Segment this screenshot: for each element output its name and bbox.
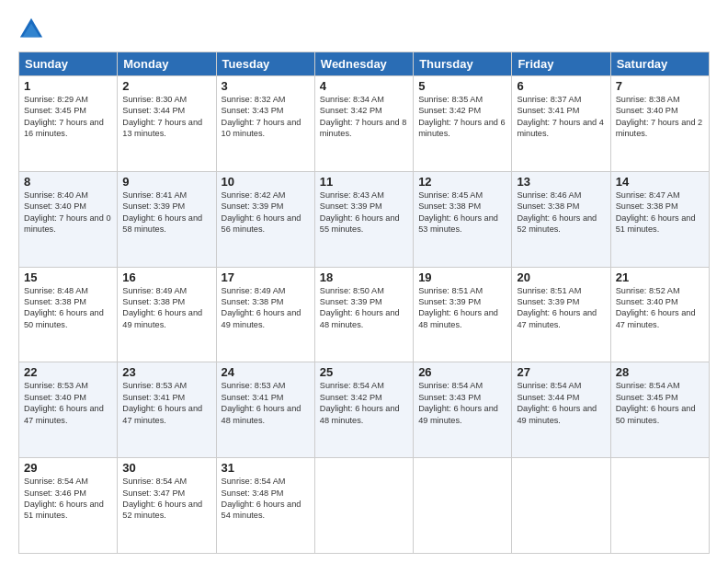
- calendar-cell: 8Sunrise: 8:40 AMSunset: 3:40 PMDaylight…: [19, 171, 118, 267]
- logo: [18, 17, 48, 42]
- calendar-cell: 30Sunrise: 8:54 AMSunset: 3:47 PMDayligh…: [118, 458, 216, 554]
- cell-text: Sunrise: 8:29 AMSunset: 3:45 PMDaylight:…: [24, 94, 112, 140]
- day-header-saturday: Saturday: [610, 52, 709, 76]
- day-number: 3: [222, 79, 310, 93]
- day-number: 9: [122, 175, 210, 189]
- cell-text: Sunrise: 8:30 AMSunset: 3:44 PMDaylight:…: [122, 94, 210, 140]
- day-number: 24: [222, 365, 310, 379]
- day-number: 28: [616, 365, 704, 379]
- cell-text: Sunrise: 8:50 AMSunset: 3:39 PMDaylight:…: [320, 285, 408, 331]
- calendar-cell: 9Sunrise: 8:41 AMSunset: 3:39 PMDaylight…: [118, 171, 216, 267]
- day-number: 11: [320, 175, 408, 189]
- calendar-cell: 19Sunrise: 8:51 AMSunset: 3:39 PMDayligh…: [414, 267, 512, 362]
- day-number: 10: [222, 175, 310, 189]
- calendar-cell: 7Sunrise: 8:38 AMSunset: 3:40 PMDaylight…: [610, 76, 709, 172]
- cell-text: Sunrise: 8:35 AMSunset: 3:42 PMDaylight:…: [418, 94, 506, 140]
- cell-text: Sunrise: 8:43 AMSunset: 3:39 PMDaylight:…: [320, 190, 408, 236]
- calendar-cell: 28Sunrise: 8:54 AMSunset: 3:45 PMDayligh…: [610, 362, 709, 458]
- cell-text: Sunrise: 8:54 AMSunset: 3:45 PMDaylight:…: [616, 380, 704, 426]
- cell-text: Sunrise: 8:40 AMSunset: 3:40 PMDaylight:…: [24, 190, 112, 236]
- calendar-cell: 26Sunrise: 8:54 AMSunset: 3:43 PMDayligh…: [414, 362, 512, 458]
- calendar-week-4: 22Sunrise: 8:53 AMSunset: 3:40 PMDayligh…: [19, 362, 710, 458]
- calendar-cell: 6Sunrise: 8:37 AMSunset: 3:41 PMDaylight…: [512, 76, 610, 172]
- cell-text: Sunrise: 8:54 AMSunset: 3:43 PMDaylight:…: [418, 380, 506, 426]
- day-number: 30: [122, 461, 210, 475]
- cell-text: Sunrise: 8:37 AMSunset: 3:41 PMDaylight:…: [517, 94, 605, 140]
- day-number: 12: [418, 175, 506, 189]
- cell-text: Sunrise: 8:42 AMSunset: 3:39 PMDaylight:…: [222, 190, 310, 236]
- day-header-friday: Friday: [512, 52, 610, 76]
- cell-text: Sunrise: 8:53 AMSunset: 3:41 PMDaylight:…: [122, 380, 210, 426]
- cell-text: Sunrise: 8:49 AMSunset: 3:38 PMDaylight:…: [222, 285, 310, 331]
- calendar-cell: 15Sunrise: 8:48 AMSunset: 3:38 PMDayligh…: [19, 267, 118, 362]
- calendar-cell: 18Sunrise: 8:50 AMSunset: 3:39 PMDayligh…: [314, 267, 413, 362]
- cell-text: Sunrise: 8:52 AMSunset: 3:40 PMDaylight:…: [616, 285, 704, 331]
- day-number: 6: [517, 79, 605, 93]
- cell-text: Sunrise: 8:54 AMSunset: 3:47 PMDaylight:…: [122, 476, 210, 522]
- calendar-cell: 29Sunrise: 8:54 AMSunset: 3:46 PMDayligh…: [19, 458, 118, 554]
- day-number: 4: [320, 79, 408, 93]
- day-number: 29: [24, 461, 112, 475]
- day-header-thursday: Thursday: [414, 52, 512, 76]
- calendar-cell: 4Sunrise: 8:34 AMSunset: 3:42 PMDaylight…: [314, 76, 413, 172]
- calendar-week-2: 8Sunrise: 8:40 AMSunset: 3:40 PMDaylight…: [19, 171, 710, 267]
- calendar-cell: 10Sunrise: 8:42 AMSunset: 3:39 PMDayligh…: [216, 171, 314, 267]
- calendar-cell: 11Sunrise: 8:43 AMSunset: 3:39 PMDayligh…: [314, 171, 413, 267]
- cell-text: Sunrise: 8:53 AMSunset: 3:40 PMDaylight:…: [24, 380, 112, 426]
- calendar-cell: 1Sunrise: 8:29 AMSunset: 3:45 PMDaylight…: [19, 76, 118, 172]
- cell-text: Sunrise: 8:45 AMSunset: 3:38 PMDaylight:…: [418, 190, 506, 236]
- calendar-cell: 16Sunrise: 8:49 AMSunset: 3:38 PMDayligh…: [118, 267, 216, 362]
- logo-icon: [18, 17, 44, 42]
- cell-text: Sunrise: 8:47 AMSunset: 3:38 PMDaylight:…: [616, 190, 704, 236]
- calendar-cell: [512, 458, 610, 554]
- day-number: 2: [122, 79, 210, 93]
- cell-text: Sunrise: 8:53 AMSunset: 3:41 PMDaylight:…: [222, 380, 310, 426]
- day-header-monday: Monday: [118, 52, 216, 76]
- calendar-body: 1Sunrise: 8:29 AMSunset: 3:45 PMDaylight…: [19, 76, 710, 554]
- calendar-header-row: SundayMondayTuesdayWednesdayThursdayFrid…: [19, 52, 710, 76]
- day-number: 17: [222, 270, 310, 284]
- day-header-tuesday: Tuesday: [216, 52, 314, 76]
- calendar-cell: 2Sunrise: 8:30 AMSunset: 3:44 PMDaylight…: [118, 76, 216, 172]
- day-header-wednesday: Wednesday: [314, 52, 413, 76]
- day-number: 26: [418, 365, 506, 379]
- day-number: 31: [222, 461, 310, 475]
- day-number: 8: [24, 175, 112, 189]
- calendar-cell: 22Sunrise: 8:53 AMSunset: 3:40 PMDayligh…: [19, 362, 118, 458]
- calendar-cell: 23Sunrise: 8:53 AMSunset: 3:41 PMDayligh…: [118, 362, 216, 458]
- cell-text: Sunrise: 8:48 AMSunset: 3:38 PMDaylight:…: [24, 285, 112, 331]
- day-number: 21: [616, 270, 704, 284]
- cell-text: Sunrise: 8:34 AMSunset: 3:42 PMDaylight:…: [320, 94, 408, 140]
- day-number: 23: [122, 365, 210, 379]
- day-number: 13: [517, 175, 605, 189]
- calendar-cell: 31Sunrise: 8:54 AMSunset: 3:48 PMDayligh…: [216, 458, 314, 554]
- calendar-week-1: 1Sunrise: 8:29 AMSunset: 3:45 PMDaylight…: [19, 76, 710, 172]
- day-header-sunday: Sunday: [19, 52, 118, 76]
- calendar-cell: 13Sunrise: 8:46 AMSunset: 3:38 PMDayligh…: [512, 171, 610, 267]
- cell-text: Sunrise: 8:51 AMSunset: 3:39 PMDaylight:…: [517, 285, 605, 331]
- calendar-cell: 27Sunrise: 8:54 AMSunset: 3:44 PMDayligh…: [512, 362, 610, 458]
- calendar-cell: [314, 458, 413, 554]
- day-number: 5: [418, 79, 506, 93]
- calendar-cell: 20Sunrise: 8:51 AMSunset: 3:39 PMDayligh…: [512, 267, 610, 362]
- cell-text: Sunrise: 8:54 AMSunset: 3:42 PMDaylight:…: [320, 380, 408, 426]
- calendar-table: SundayMondayTuesdayWednesdayThursdayFrid…: [18, 52, 710, 554]
- day-number: 27: [517, 365, 605, 379]
- day-number: 19: [418, 270, 506, 284]
- calendar-cell: 25Sunrise: 8:54 AMSunset: 3:42 PMDayligh…: [314, 362, 413, 458]
- day-number: 7: [616, 79, 704, 93]
- calendar-cell: [414, 458, 512, 554]
- day-number: 25: [320, 365, 408, 379]
- calendar-cell: 5Sunrise: 8:35 AMSunset: 3:42 PMDaylight…: [414, 76, 512, 172]
- calendar-cell: 17Sunrise: 8:49 AMSunset: 3:38 PMDayligh…: [216, 267, 314, 362]
- day-number: 20: [517, 270, 605, 284]
- cell-text: Sunrise: 8:54 AMSunset: 3:48 PMDaylight:…: [222, 476, 310, 522]
- header: [18, 17, 710, 42]
- cell-text: Sunrise: 8:46 AMSunset: 3:38 PMDaylight:…: [517, 190, 605, 236]
- day-number: 1: [24, 79, 112, 93]
- cell-text: Sunrise: 8:38 AMSunset: 3:40 PMDaylight:…: [616, 94, 704, 140]
- calendar-week-5: 29Sunrise: 8:54 AMSunset: 3:46 PMDayligh…: [19, 458, 710, 554]
- cell-text: Sunrise: 8:54 AMSunset: 3:46 PMDaylight:…: [24, 476, 112, 522]
- cell-text: Sunrise: 8:49 AMSunset: 3:38 PMDaylight:…: [122, 285, 210, 331]
- calendar-cell: 21Sunrise: 8:52 AMSunset: 3:40 PMDayligh…: [610, 267, 709, 362]
